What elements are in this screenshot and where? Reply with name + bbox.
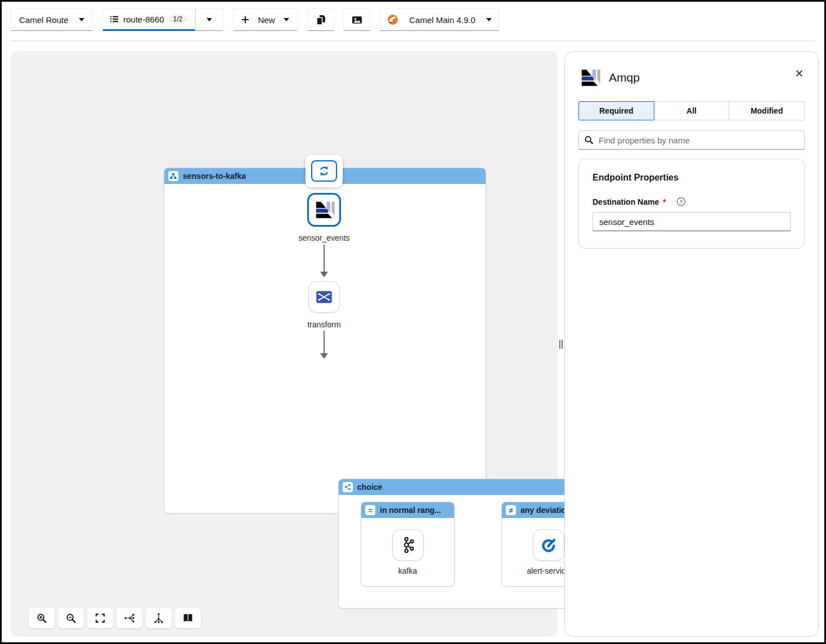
sensor-events-node[interactable] (307, 193, 341, 227)
choice-title: choice (357, 483, 382, 492)
properties-panel: Amqp Required All Modified Endpoint Prop… (564, 51, 819, 637)
amqp-icon (313, 199, 335, 221)
flow-canvas[interactable]: sensors-to-kafka choice (11, 51, 558, 637)
transform-node[interactable] (308, 281, 340, 313)
top-toolbar: Camel Route route-8660 1/2 (11, 8, 499, 31)
book-icon (182, 613, 194, 624)
zoom-in-button[interactable] (29, 608, 55, 628)
tab-modified[interactable]: Modified (729, 101, 805, 120)
close-panel-button[interactable] (792, 66, 806, 80)
filter-tabs: Required All Modified (578, 101, 805, 120)
route-icon (168, 171, 178, 181)
panel-title: Amqp (609, 71, 640, 84)
copy-icon (316, 15, 326, 25)
card-title: Endpoint Properties (592, 173, 791, 183)
horizontal-layout-button[interactable] (116, 608, 142, 628)
route-refresh-button[interactable] (306, 155, 343, 187)
runtime-select[interactable]: Camel Main 4.9.0 (380, 8, 499, 31)
fit-to-screen-button[interactable] (87, 608, 113, 628)
horizontal-layout-icon (124, 613, 135, 624)
chevron-down-icon (79, 18, 84, 21)
list-icon (110, 15, 119, 24)
zoom-out-button[interactable] (58, 608, 84, 628)
export-image-button[interactable] (343, 8, 370, 31)
close-icon (796, 70, 803, 77)
zoom-in-icon (37, 613, 47, 624)
panel-resize-handle[interactable] (558, 340, 564, 349)
search-icon (585, 136, 594, 145)
sensor-events-node-label: sensor_events (273, 233, 375, 242)
equals-icon: = (365, 505, 375, 515)
sync-icon (318, 165, 330, 177)
not-equals-icon: ≠ (506, 505, 516, 515)
when-branch-header[interactable]: = in normal rang... (361, 502, 454, 518)
direct-endpoint-icon (540, 536, 558, 554)
edge-arrow (320, 245, 329, 277)
app-window: Camel Route route-8660 1/2 (0, 0, 826, 644)
transform-icon (316, 289, 333, 305)
zoom-out-icon (66, 613, 77, 624)
flow-list-dropdown[interactable] (195, 8, 223, 31)
toolbar-divider (11, 40, 815, 41)
flow-list-group: route-8660 1/2 (102, 8, 223, 31)
canvas-controls (29, 608, 201, 628)
endpoint-properties-card: Endpoint Properties Destination Name * ? (578, 159, 805, 249)
chevron-down-icon (486, 18, 492, 21)
dsl-select[interactable]: Camel Route (11, 8, 93, 31)
new-route-button[interactable]: New (233, 8, 298, 31)
edge-arrow (320, 331, 329, 359)
dsl-select-label: Camel Route (19, 15, 69, 25)
property-search-input[interactable] (599, 136, 798, 145)
transform-node-label: transform (273, 320, 375, 329)
plus-icon (241, 16, 249, 24)
copy-code-button[interactable] (307, 8, 334, 31)
tab-all[interactable]: All (654, 101, 730, 120)
property-search[interactable] (578, 130, 805, 150)
vertical-layout-button[interactable] (146, 608, 172, 628)
new-route-label: New (258, 15, 275, 25)
flow-name: route-8660 (123, 15, 164, 24)
kafka-node-label: kafka (361, 566, 454, 575)
panel-header: Amqp (578, 65, 805, 90)
flow-list-button[interactable]: route-8660 1/2 (102, 8, 195, 31)
chevron-down-icon (206, 18, 212, 21)
destination-name-label: Destination Name (592, 197, 659, 206)
kafka-icon (399, 536, 417, 554)
runtime-label: Camel Main 4.9.0 (409, 15, 475, 25)
camel-logo-icon (387, 14, 398, 25)
flow-count-badge: 1/2 (169, 15, 187, 24)
destination-name-input[interactable] (592, 212, 791, 231)
expand-icon (95, 613, 105, 623)
catalog-button[interactable] (175, 608, 201, 628)
route-title: sensors-to-kafka (183, 172, 246, 181)
destination-name-row: Destination Name * ? (592, 197, 791, 206)
svg-text:?: ? (679, 199, 683, 205)
tab-required[interactable]: Required (578, 101, 654, 120)
help-icon[interactable]: ? (676, 197, 686, 206)
choice-icon (343, 482, 353, 492)
alert-service-node[interactable] (533, 529, 564, 561)
when-branch-container[interactable]: = in normal rang... (361, 502, 455, 587)
chevron-down-icon (284, 18, 289, 21)
image-icon (352, 15, 362, 25)
when-branch-title: in normal rang... (380, 506, 441, 515)
vertical-layout-icon (153, 613, 164, 624)
amqp-icon (578, 66, 601, 89)
kafka-node[interactable] (392, 529, 424, 561)
required-marker: * (663, 197, 666, 206)
